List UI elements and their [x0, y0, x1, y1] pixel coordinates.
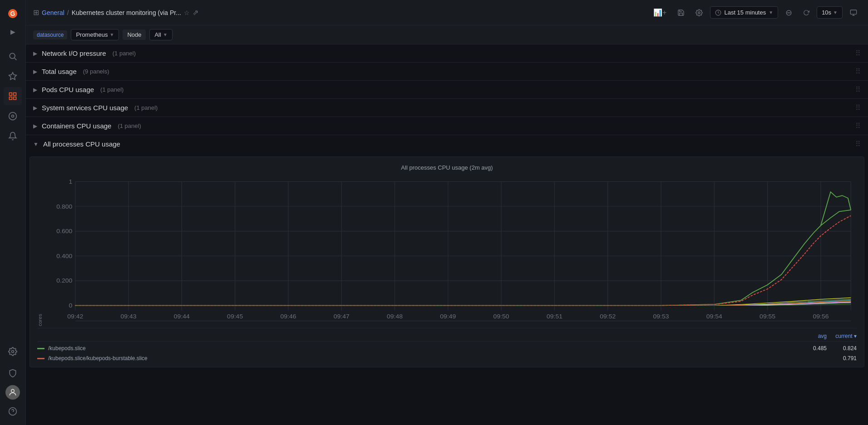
avatar[interactable] [5, 385, 20, 400]
legend-item-1[interactable]: /kubepods.slice/kubepods-burstable.slice… [37, 353, 857, 363]
svg-text:1: 1 [69, 179, 73, 185]
drag-handle-icon: ⠿ [855, 85, 861, 94]
legend-values-0: 0.485 0.824 [804, 345, 857, 352]
share-icon[interactable]: ⇗ [192, 8, 198, 17]
svg-point-12 [11, 389, 15, 392]
svg-rect-6 [14, 93, 16, 96]
tv-mode-button[interactable] [846, 6, 861, 19]
node-chevron: ▼ [163, 32, 168, 37]
page-title: Kubernetes cluster monitoring (via Pr... [72, 9, 181, 16]
section-containers-cpu[interactable]: ▶ Containers CPU usage (1 panel) ⠿ [26, 117, 868, 135]
node-label: Node [123, 29, 146, 40]
svg-text:09:42: 09:42 [67, 313, 83, 320]
svg-text:09:50: 09:50 [493, 313, 509, 320]
svg-text:09:54: 09:54 [706, 313, 722, 320]
drag-handle-icon: ⠿ [855, 49, 861, 58]
svg-point-11 [12, 351, 14, 353]
section-count: (1 panel) [113, 50, 136, 57]
section-pods-cpu[interactable]: ▶ Pods CPU usage (1 panel) ⠿ [26, 81, 868, 99]
sidebar: G ▶ [0, 0, 26, 425]
svg-text:0: 0 [69, 303, 73, 309]
section-all-processes-cpu[interactable]: ▼ All processes CPU usage ⠿ [26, 135, 868, 153]
svg-text:G: G [10, 10, 15, 17]
section-total-usage[interactable]: ▶ Total usage (9 panels) ⠿ [26, 63, 868, 81]
star-icon[interactable]: ☆ [184, 9, 190, 16]
svg-text:0.200: 0.200 [56, 278, 72, 284]
chart-svg: 1 0.800 0.600 0.400 0.200 0 [46, 176, 857, 326]
breadcrumb-area: ⊞ General / Kubernetes cluster monitorin… [33, 8, 646, 17]
section-title: Network I/O pressure [42, 49, 106, 57]
svg-text:09:48: 09:48 [387, 313, 403, 320]
legend-item-0[interactable]: /kubepods.slice 0.485 0.824 [37, 343, 857, 353]
svg-text:09:43: 09:43 [121, 313, 137, 320]
chevron-right-icon: ▶ [33, 50, 37, 57]
svg-rect-7 [10, 97, 12, 100]
legend-values-1: 0.791 [804, 355, 857, 361]
grafana-logo: G [4, 5, 22, 23]
section-title: System services CPU usage [42, 104, 128, 112]
drag-handle-icon: ⠿ [855, 67, 861, 76]
section-count: (1 panel) [118, 122, 141, 129]
svg-text:0.800: 0.800 [56, 203, 72, 210]
datasource-dropdown[interactable]: Prometheus ▼ [71, 29, 119, 40]
legend-current-1: 0.791 [834, 355, 857, 361]
svg-text:0.400: 0.400 [56, 253, 72, 259]
sidebar-item-dashboards[interactable] [4, 87, 22, 105]
refresh-button[interactable] [799, 7, 813, 19]
node-dropdown[interactable]: All ▼ [149, 29, 172, 40]
svg-text:09:51: 09:51 [547, 313, 562, 320]
zoom-out-button[interactable]: ⊖ [782, 5, 796, 20]
settings-button[interactable] [692, 6, 706, 19]
nav-grid-icon: ⊞ [33, 8, 39, 17]
svg-line-3 [15, 58, 17, 60]
legend-label-1: /kubepods.slice/kubepods-burstable.slice [48, 355, 148, 361]
chart-area: cores 1 0.80 [37, 176, 857, 326]
filterbar: datasource Prometheus ▼ Node All ▼ [26, 25, 868, 44]
datasource-value: Prometheus [76, 31, 108, 38]
sidebar-item-explore[interactable] [4, 107, 22, 125]
legend-avg-1 [804, 355, 827, 361]
svg-text:09:56: 09:56 [813, 313, 829, 320]
svg-marker-4 [9, 73, 17, 80]
add-panel-button[interactable]: 📊+ [650, 5, 670, 20]
svg-point-10 [12, 115, 14, 117]
time-range-label: Last 15 minutes [724, 9, 766, 16]
save-button[interactable] [674, 6, 688, 19]
chevron-right-icon: ▶ [33, 68, 37, 75]
datasource-label: datasource [33, 30, 67, 39]
chart-title: All processes CPU usage (2m avg) [37, 164, 857, 171]
refresh-interval-selector[interactable]: 10s ▼ [817, 6, 843, 19]
breadcrumb-general[interactable]: General [42, 9, 64, 16]
sidebar-item-shield[interactable] [4, 364, 22, 382]
section-title: Containers CPU usage [42, 122, 111, 130]
section-network-io[interactable]: ▶ Network I/O pressure (1 panel) ⠿ [26, 44, 868, 63]
sidebar-item-help[interactable] [4, 402, 22, 420]
drag-handle-icon: ⠿ [855, 140, 861, 148]
legend-color-swatch-0 [37, 348, 44, 349]
content-area: ▶ Network I/O pressure (1 panel) ⠿ ▶ Tot… [26, 44, 868, 425]
section-title: Total usage [42, 68, 77, 75]
time-range-picker[interactable]: Last 15 minutes ▼ [710, 6, 778, 19]
current-column-header[interactable]: current ▾ [834, 333, 857, 339]
sidebar-item-search[interactable] [4, 47, 22, 65]
add-panel-icon: 📊+ [653, 8, 666, 17]
section-title: Pods CPU usage [42, 86, 94, 93]
sidebar-item-alerting[interactable] [4, 127, 22, 145]
legend-current-0: 0.824 [834, 345, 857, 352]
svg-rect-8 [14, 97, 16, 100]
chart-section: All processes CPU usage (2m avg) cores [26, 156, 868, 378]
svg-text:09:44: 09:44 [174, 313, 190, 320]
svg-text:09:52: 09:52 [600, 313, 616, 320]
sidebar-toggle[interactable]: ▶ [5, 24, 20, 39]
legend-header: avg current ▾ [37, 332, 857, 342]
sidebar-item-starred[interactable] [4, 67, 22, 85]
sidebar-item-settings[interactable] [4, 342, 22, 361]
drag-handle-icon: ⠿ [855, 122, 861, 130]
svg-text:09:55: 09:55 [760, 313, 775, 320]
section-count: (1 panel) [100, 86, 123, 93]
section-system-services-cpu[interactable]: ▶ System services CPU usage (1 panel) ⠿ [26, 99, 868, 117]
legend-color-swatch-1 [37, 358, 44, 359]
avg-column-header[interactable]: avg [804, 333, 827, 339]
svg-rect-5 [10, 93, 12, 96]
section-count: (9 panels) [83, 68, 109, 75]
